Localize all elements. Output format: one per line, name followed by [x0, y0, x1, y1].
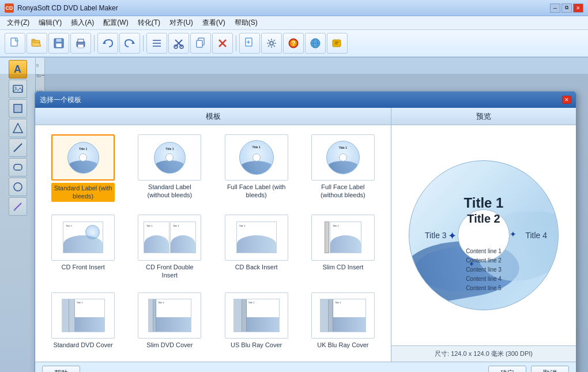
template-item-10[interactable]: Title 1 Slim DVD Cover — [129, 290, 210, 355]
templates-header: 模板 — [35, 108, 391, 125]
mini-insert-8: Title 1 — [330, 221, 361, 253]
print-button[interactable] — [70, 33, 91, 54]
mini-cd-1: Title 1 — [67, 142, 99, 174]
bluray-text-11: Title 1 — [248, 301, 255, 304]
svg-point-25 — [270, 42, 273, 45]
mini-cd-wave-4 — [327, 161, 359, 174]
dvd-back-10 — [149, 299, 153, 332]
template-thumb-6: Title 1 Title 1 — [138, 215, 201, 261]
template-thumb-8: Title 1 — [311, 215, 375, 261]
template-thumb-1: Title 1 — [51, 134, 115, 181]
mini-insert-wave-5 — [63, 235, 103, 253]
save-button[interactable] — [48, 33, 69, 54]
menu-config[interactable]: 配置(W) — [99, 17, 133, 29]
menu-transform[interactable]: 转化(T) — [133, 17, 165, 29]
template-item-4[interactable]: Title 1 Full Face Label (without bleeds) — [302, 132, 384, 208]
menu-view[interactable]: 查看(V) — [198, 17, 230, 29]
help2-button[interactable]: ? — [283, 33, 304, 54]
template-item-5[interactable]: Title 1 CD Front Insert — [42, 212, 124, 285]
new-button[interactable] — [5, 33, 25, 54]
mini-cd-4: Title 1 — [326, 141, 360, 174]
mini-cd-text: Title 1 — [79, 147, 87, 151]
mini-dvd-spine-9 — [69, 299, 75, 332]
mini-dvd-text-10: Title 1 — [158, 301, 164, 304]
svg-rect-5 — [56, 43, 62, 47]
svg-rect-34 — [333, 40, 341, 47]
templates-panel: 模板 Title 1 Standa — [35, 108, 391, 362]
title-bar: CD RonyaSoft CD DVD Label Maker ─ ⧉ ✕ — [0, 0, 588, 16]
dialog-footer: 帮助 确定 取消 — [35, 362, 576, 372]
web-button[interactable] — [305, 33, 326, 54]
menu-file[interactable]: 文件(Z) — [2, 17, 34, 29]
delete-button[interactable] — [212, 33, 233, 54]
insert-button[interactable] — [239, 33, 260, 54]
mini-dvd-wave-10 — [156, 317, 191, 332]
template-label-2: Standard Label (without bleeds) — [138, 183, 201, 200]
mini-insert-5: Title 1 — [63, 221, 103, 253]
open-button[interactable] — [27, 33, 47, 54]
template-label-1: Standard Label (with bleeds) — [51, 183, 115, 202]
mini-insert-text-7: Title 1 — [239, 224, 246, 227]
template-thumb-3: Title 1 — [225, 134, 288, 181]
search-button[interactable] — [327, 33, 348, 54]
cancel-button[interactable]: 取消 — [531, 366, 569, 372]
mini-cd-3: Title 1 — [239, 140, 274, 175]
template-label-4: Full Face Label (without bleeds) — [311, 183, 375, 200]
dialog-title: 选择一个模板 — [40, 95, 81, 105]
ok-button[interactable]: 确定 — [488, 366, 526, 372]
dialog-titlebar: 选择一个模板 ✕ — [35, 92, 576, 108]
svg-rect-0 — [11, 38, 17, 46]
mini-cd-text-4: Title 1 — [339, 146, 347, 149]
mini-insert-wave-6b — [171, 235, 195, 253]
template-label-10: Slim DVD Cover — [146, 341, 193, 349]
settings-button[interactable] — [261, 33, 282, 54]
cd-title2: Title 2 — [467, 212, 500, 226]
svg-rect-7 — [78, 39, 84, 42]
template-item-11[interactable]: Title 1 US Blu Ray Cover — [216, 290, 297, 355]
mini-cd-inner-3 — [252, 153, 261, 161]
preview-size: 尺寸: 124.0 x 124.0 毫米 (300 DPI) — [391, 345, 576, 362]
restore-btn[interactable]: ⧉ — [561, 3, 572, 13]
svg-rect-2 — [32, 39, 35, 41]
dialog-close-btn[interactable]: ✕ — [562, 96, 571, 104]
template-label-8: Slim CD Insert — [322, 263, 363, 271]
svg-rect-8 — [78, 44, 84, 48]
copy-button[interactable] — [190, 33, 211, 54]
content-line-4: Content line 4 — [466, 275, 502, 284]
menu-edit[interactable]: 编辑(Y) — [34, 17, 66, 29]
template-item-12[interactable]: Title 1 UK Blu Ray Cover — [302, 290, 384, 355]
content-line-1: Content line 1 — [466, 247, 502, 256]
cd-star3: ✦ — [469, 260, 474, 268]
template-item-3[interactable]: Title 1 Full Face Label (with bleeds) — [216, 132, 297, 208]
ukbluray-front-12: Title 1 — [333, 299, 365, 332]
cd-star1: ✦ — [448, 230, 457, 242]
template-item-2[interactable]: Title 1 Standard Label (without bleeds) — [129, 132, 210, 208]
minimize-btn[interactable]: ─ — [550, 3, 560, 13]
cut-button[interactable] — [168, 33, 189, 54]
sep3 — [236, 35, 236, 51]
redo-button[interactable] — [119, 33, 140, 54]
template-item-8[interactable]: Title 1 Slim CD Insert — [302, 212, 384, 285]
mini-cd-2: Title 1 — [154, 142, 186, 174]
mini-cd-wave-3 — [240, 161, 273, 174]
template-label-9: Standard DVD Cover — [53, 341, 112, 349]
undo-button[interactable] — [97, 33, 118, 54]
mini-dvd-front-10: Title 1 — [156, 299, 191, 332]
svg-rect-12 — [153, 43, 161, 44]
ukbluray-text-12: Title 1 — [335, 301, 341, 304]
template-item-6[interactable]: Title 1 Title 1 CD Front Double Ins — [129, 212, 210, 285]
menu-insert[interactable]: 插入(A) — [66, 17, 99, 29]
sep2 — [143, 35, 144, 51]
template-item-9[interactable]: Title 1 Standard DVD Cover — [42, 290, 124, 355]
menu-align[interactable]: 对齐(U) — [165, 17, 198, 29]
menu-help[interactable]: 帮助(S) — [230, 17, 262, 29]
close-btn[interactable]: ✕ — [573, 3, 583, 13]
template-thumb-5: Title 1 — [51, 215, 115, 261]
template-item-1[interactable]: Title 1 Standard Label (with bleeds) — [42, 132, 124, 208]
mini-cd-text-3: Title 1 — [252, 145, 260, 149]
cut2-button[interactable] — [146, 33, 167, 54]
help-button[interactable]: 帮助 — [42, 366, 80, 372]
mini-insert-6a: Title 1 — [144, 221, 169, 253]
template-item-7[interactable]: Title 1 CD Back Insert — [216, 212, 297, 285]
svg-rect-19 — [197, 40, 202, 47]
